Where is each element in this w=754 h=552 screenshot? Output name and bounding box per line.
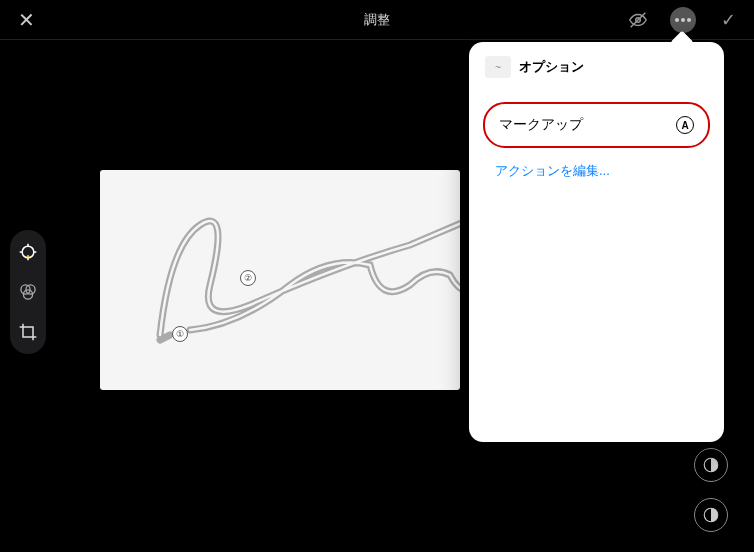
- page-title: 調整: [364, 11, 390, 29]
- topbar: ✕ 調整 ✓: [0, 0, 754, 40]
- confirm-button[interactable]: ✓: [714, 6, 742, 34]
- ellipsis-icon: [675, 18, 679, 22]
- right-toolbar: [694, 448, 728, 532]
- options-popover: ~ オプション マークアップ A アクションを編集...: [469, 42, 724, 442]
- thumbnail-icon: ~: [485, 56, 511, 78]
- markup-option[interactable]: マークアップ A: [483, 102, 710, 148]
- edit-actions-link[interactable]: アクションを編集...: [469, 148, 724, 194]
- half-circle-icon: [702, 456, 720, 474]
- visibility-toggle[interactable]: [624, 6, 652, 34]
- annotation-badge-1: ①: [172, 326, 188, 342]
- markup-icon: A: [676, 116, 694, 134]
- adjust-tool[interactable]: [16, 240, 40, 264]
- close-icon: ✕: [18, 8, 35, 32]
- signature-drawing: [110, 170, 460, 385]
- left-toolbar: [10, 230, 46, 354]
- svg-point-7: [27, 255, 30, 257]
- contrast-tool-1[interactable]: [694, 448, 728, 482]
- crop-tool[interactable]: [16, 320, 40, 344]
- crop-icon: [18, 322, 38, 342]
- annotation-badge-2: ②: [240, 270, 256, 286]
- markup-label: マークアップ: [499, 116, 583, 134]
- popover-title: オプション: [519, 58, 584, 76]
- more-options-button[interactable]: [670, 7, 696, 33]
- eye-off-icon: [627, 9, 649, 31]
- half-circle-icon: [702, 506, 720, 524]
- image-canvas[interactable]: ① ②: [100, 170, 460, 390]
- checkmark-icon: ✓: [721, 9, 736, 31]
- contrast-tool-2[interactable]: [694, 498, 728, 532]
- close-button[interactable]: ✕: [12, 6, 40, 34]
- dial-icon: [18, 242, 38, 262]
- popover-header: ~ オプション: [469, 56, 724, 92]
- filter-tool[interactable]: [16, 280, 40, 304]
- filters-icon: [18, 282, 38, 302]
